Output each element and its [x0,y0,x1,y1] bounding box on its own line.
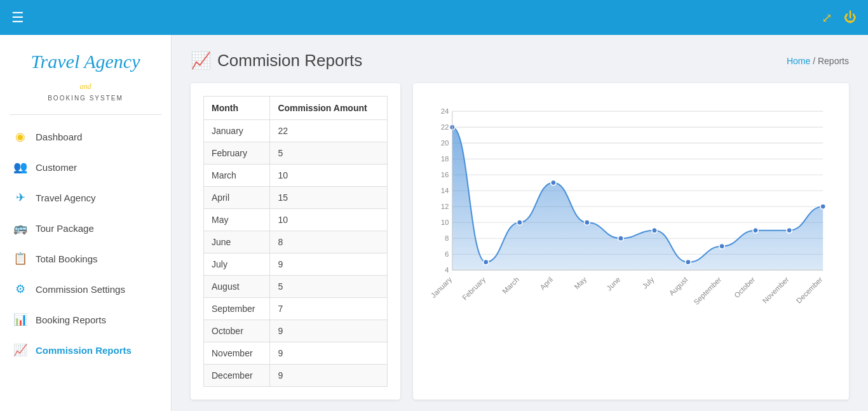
commission-table-card: Month Commission Amount January22Februar… [191,83,400,400]
table-row: May10 [204,209,388,231]
commission-reports-icon: 📈 [13,343,28,357]
cell-amount: 9 [270,342,388,365]
cell-amount: 7 [270,298,388,320]
bookings-icon: 📋 [13,252,28,266]
table-row: December9 [204,365,388,387]
svg-point-23 [484,260,489,265]
table-row: September7 [204,298,388,320]
page-title-text: Commision Reports [217,51,362,71]
svg-point-30 [719,244,724,249]
svg-text:October: October [733,276,756,299]
cell-month: October [204,320,270,342]
sidebar-item-tour-package[interactable]: 🚌 Tour Package [0,213,171,243]
sidebar-item-commission-settings[interactable]: ⚙ Commission Settings [0,274,171,304]
commission-settings-icon: ⚙ [13,282,28,296]
customer-icon: 👥 [13,160,28,174]
sidebar-divider [10,114,161,115]
svg-text:22: 22 [441,123,449,131]
svg-point-31 [753,228,758,233]
content-area: 📈 Commision Reports Home / Reports Month… [172,35,868,411]
sidebar-item-label: Commission Reports [36,345,132,356]
svg-text:September: September [692,276,722,306]
commission-chart: 4681012141618202224 JanuaryFebruaryMarch… [426,96,836,312]
logo-subtitle: BOOKING SYSTEM [48,95,123,102]
sidebar-item-customer[interactable]: 👥 Customer [0,152,171,182]
cell-amount: 15 [270,187,388,209]
cell-amount: 8 [270,231,388,253]
svg-text:12: 12 [441,203,449,210]
table-row: April15 [204,187,388,209]
svg-text:February: February [461,276,487,302]
dashboard-icon: ◉ [13,130,28,144]
table-row: November9 [204,342,388,365]
page-title-icon: 📈 [191,51,211,71]
cell-month: January [204,120,270,142]
main-layout: Travel Agency and BOOKING SYSTEM ◉ Dashb… [0,35,868,411]
col-month: Month [204,97,270,120]
sidebar-item-label: Booking Reports [36,314,106,325]
sidebar-item-label: Commission Settings [36,284,125,295]
sidebar-item-label: Customer [36,162,77,173]
svg-text:June: June [605,276,621,292]
svg-text:14: 14 [441,187,449,194]
cell-amount: 5 [270,142,388,165]
travel-icon: ✈ [13,191,28,205]
breadcrumb-separator: / [813,56,818,66]
breadcrumb: Home / Reports [787,56,849,66]
page-header: 📈 Commision Reports Home / Reports [191,51,849,71]
sidebar-item-total-bookings[interactable]: 📋 Total Bookings [0,243,171,274]
resize-icon[interactable]: ⤢ [822,10,832,25]
svg-text:July: July [641,276,655,290]
commission-table: Month Commission Amount January22Februar… [203,96,388,387]
sidebar: Travel Agency and BOOKING SYSTEM ◉ Dashb… [0,35,172,411]
chart-card: 4681012141618202224 JanuaryFebruaryMarch… [413,83,849,400]
svg-text:16: 16 [441,171,449,179]
cell-month: February [204,142,270,165]
table-row: October9 [204,320,388,342]
cell-month: April [204,187,270,209]
svg-text:4: 4 [445,266,449,274]
cell-month: June [204,231,270,253]
sidebar-item-label: Dashboard [36,131,82,142]
sidebar-item-travel-agency[interactable]: ✈ Travel Agency [0,182,171,213]
svg-text:18: 18 [441,155,449,163]
svg-point-26 [585,220,590,225]
svg-text:April: April [539,276,555,292]
svg-point-29 [686,260,691,265]
svg-text:May: May [573,276,588,291]
svg-text:8: 8 [445,234,449,242]
table-row: January22 [204,120,388,142]
svg-text:March: March [501,276,520,295]
cell-amount: 9 [270,365,388,387]
sidebar-logo: Travel Agency and BOOKING SYSTEM [0,41,171,114]
cell-month: December [204,365,270,387]
cell-month: August [204,276,270,298]
cell-amount: 9 [270,253,388,276]
svg-point-28 [652,228,657,233]
breadcrumb-home[interactable]: Home [787,56,810,66]
chart-container: 4681012141618202224 JanuaryFebruaryMarch… [426,96,836,312]
power-icon[interactable]: ⏻ [844,10,857,25]
booking-reports-icon: 📊 [13,313,28,327]
topbar: ☰ ⤢ ⏻ [0,0,868,35]
tour-icon: 🚌 [13,221,28,235]
sidebar-item-commission-reports[interactable]: 📈 Commission Reports [0,335,171,365]
col-amount: Commission Amount [270,97,388,120]
svg-point-32 [787,228,792,233]
svg-text:August: August [668,275,689,297]
svg-point-24 [517,220,522,225]
content-grid: Month Commission Amount January22Februar… [191,83,849,400]
svg-text:24: 24 [441,107,449,115]
cell-amount: 10 [270,209,388,231]
menu-toggle-icon[interactable]: ☰ [11,10,24,26]
svg-text:10: 10 [441,219,449,226]
page-title: 📈 Commision Reports [191,51,362,71]
svg-point-33 [820,204,825,209]
cell-amount: 9 [270,320,388,342]
cell-month: May [204,209,270,231]
cell-month: September [204,298,270,320]
cell-month: July [204,253,270,276]
sidebar-item-dashboard[interactable]: ◉ Dashboard [0,121,171,152]
sidebar-item-booking-reports[interactable]: 📊 Booking Reports [0,304,171,335]
table-row: February5 [204,142,388,165]
